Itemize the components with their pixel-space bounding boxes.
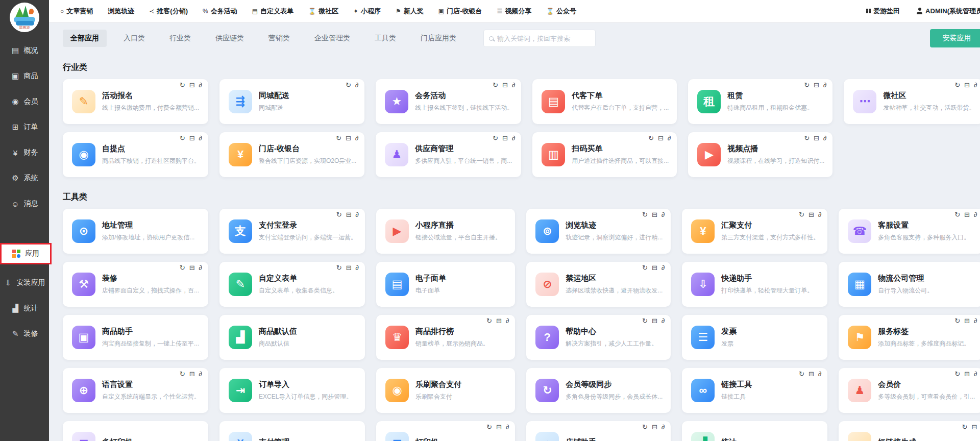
printer-icon[interactable]: ⊟ <box>189 82 195 88</box>
nav-item[interactable]: ≺ 推客(分销) <box>149 7 188 16</box>
app-card[interactable]: ⊙ 地址管理 添加/修改地址，协助用户更改信... <box>63 209 208 254</box>
category-tab[interactable]: 供应链类 <box>208 30 252 47</box>
printer-icon[interactable]: ⊟ <box>964 371 970 377</box>
link-icon[interactable]: ∂ <box>506 424 509 430</box>
app-card[interactable]: ⇥ 订单导入 EXCEL导入订单信息，同步管理。 <box>219 368 365 413</box>
update-icon[interactable]: ↻ <box>486 424 492 430</box>
category-tab[interactable]: 入口类 <box>116 30 153 47</box>
app-card[interactable]: ↻⊟∂ ✎ 自定义表单 自定义表单，收集各类信息。 <box>219 262 365 307</box>
nav-item[interactable]: ☰ 视频分享 <box>497 7 532 16</box>
app-card[interactable]: ¥ 支付管理 <box>219 421 365 441</box>
link-icon[interactable]: ∂ <box>512 82 515 88</box>
category-tab[interactable]: 企业管理类 <box>307 30 358 47</box>
printer-icon[interactable]: ⊟ <box>346 135 351 141</box>
printer-icon[interactable]: ⊟ <box>808 211 814 218</box>
link-icon[interactable]: ∂ <box>199 135 202 141</box>
link-icon[interactable]: ∂ <box>355 82 358 88</box>
app-card[interactable]: ▶ 小程序直播 链接公域流量，平台自主开播。 <box>376 209 515 254</box>
update-icon[interactable]: ↻ <box>954 371 960 377</box>
link-icon[interactable]: ∂ <box>974 371 977 377</box>
sidebar-item[interactable]: ✎ 装修 <box>11 327 38 341</box>
update-icon[interactable]: ↻ <box>486 317 492 324</box>
sidebar-item[interactable]: ▣ 商品 <box>11 69 38 83</box>
nav-item[interactable]: ⚑ 新人奖 <box>396 7 424 16</box>
app-card[interactable]: ↻⊟∂ ⚒ 装修 店铺界面自定义，拖拽式操作，百... <box>63 262 208 307</box>
nav-item[interactable]: ○ 文章营销 <box>60 7 93 16</box>
category-tab[interactable]: 全部应用 <box>63 30 107 47</box>
link-icon[interactable]: ∂ <box>199 264 202 271</box>
link-icon[interactable]: ∂ <box>356 211 359 218</box>
update-icon[interactable]: ↻ <box>642 424 648 430</box>
app-card[interactable]: ↻⊟ ∞ 短链接生成 <box>839 421 980 441</box>
app-card[interactable]: ↻⊟∂ ⊚ 浏览轨迹 轨迹记录，洞察浏览偏好，进行精... <box>526 209 671 254</box>
printer-icon[interactable]: ⊟ <box>189 135 195 141</box>
sidebar-item[interactable]: ▤ 概况 <box>11 43 38 58</box>
printer-icon[interactable]: ⊟ <box>502 82 508 88</box>
update-icon[interactable]: ↻ <box>493 135 498 141</box>
app-card[interactable]: ⊟ 多打印机 <box>63 421 208 441</box>
update-icon[interactable]: ↻ <box>642 211 648 218</box>
app-card[interactable]: ↻⊟∂ ♛ 商品排行榜 销量榜单，展示热销商品。 <box>376 315 515 360</box>
app-card[interactable]: ↻⊟∂ ¥ 汇聚支付 第三方支付渠道，支付方式多样性。 <box>682 209 827 254</box>
shop-switcher[interactable]: 爱游盐田 <box>866 7 900 16</box>
update-icon[interactable]: ↻ <box>336 211 342 218</box>
nav-item[interactable]: % 会务活动 <box>203 7 237 16</box>
sidebar-item[interactable]: 应用 <box>0 243 52 264</box>
update-icon[interactable]: ↻ <box>804 135 810 141</box>
sidebar-item[interactable]: ⚙ 系统 <box>11 171 38 185</box>
link-icon[interactable]: ∂ <box>818 211 821 218</box>
app-card[interactable]: ↻⊟∂ ⋯ 微社区 发帖种草，社交互动，活跃带货。 <box>844 79 980 124</box>
app-card[interactable]: ▟ 商品默认值 商品默认值 <box>219 315 365 360</box>
app-card[interactable]: ↻⊟∂ ∞ 链接工具 链接工具 <box>682 368 827 413</box>
printer-icon[interactable]: ⊟ <box>658 135 664 141</box>
nav-item[interactable]: ⌛ 公众号 <box>546 7 576 16</box>
printer-icon[interactable]: ⊟ <box>652 211 657 218</box>
app-card[interactable]: ↻⊟∂ ★ 会务活动 线上报名线下签到，链接线下活动。 <box>376 79 521 124</box>
update-icon[interactable]: ↻ <box>962 424 968 430</box>
app-card[interactable]: ↻⊟∂ ⚑ 服务标签 添加商品标签，多维度商品标记。 <box>839 315 980 360</box>
app-card[interactable]: ⇩ 快递助手 打印快递单，轻松管理大量订单。 <box>682 262 827 307</box>
printer-icon[interactable]: ⊟ <box>808 371 814 377</box>
app-card[interactable]: ▣ 商品助手 淘宝商品链接复制，一键上传至平... <box>63 315 208 360</box>
app-card[interactable]: ↻⊟∂ ? 帮助中心 解决方案指引，减少人工工作量。 <box>526 315 671 360</box>
app-card[interactable]: ↻⊟∂ ⊕ 语言设置 自定义系统前端显示，个性化运营。 <box>63 368 208 413</box>
update-icon[interactable]: ↻ <box>180 264 185 271</box>
link-icon[interactable]: ∂ <box>974 82 977 88</box>
sidebar-item[interactable]: ▟ 统计 <box>11 301 38 315</box>
app-card[interactable]: ↻⊟∂ ☎ 客服设置 多角色客服支持，多种服务入口。 <box>839 209 980 254</box>
link-icon[interactable]: ∂ <box>199 371 202 377</box>
app-card[interactable]: ▦ 物流公司管理 自行导入物流公司。 <box>839 262 980 307</box>
update-icon[interactable]: ↻ <box>804 82 810 88</box>
app-card[interactable]: ↻⊟∂ ♟ 会员价 多等级会员制，可查看会员价，引... <box>839 368 980 413</box>
update-icon[interactable]: ↻ <box>346 82 351 88</box>
app-card[interactable]: ☰ 发票 发票 <box>682 315 827 360</box>
app-card[interactable]: ↻⊟∂ ◉ 自提点 商品线下核销，打造社区团购平台。 <box>63 132 208 177</box>
nav-item[interactable]: 浏览轨迹 <box>108 7 134 16</box>
printer-icon[interactable]: ⊟ <box>964 82 970 88</box>
nav-item[interactable]: ⌛ 微社区 <box>308 7 338 16</box>
category-tab[interactable]: 营销类 <box>261 30 298 47</box>
printer-icon[interactable]: ⊟ <box>502 135 508 141</box>
printer-icon[interactable]: ⊟ <box>964 317 970 324</box>
sidebar-item[interactable]: ⊞ 订单 <box>11 120 38 134</box>
app-card[interactable]: ↻⊟∂ ⊘ 禁运地区 选择区域禁收快递，避开物流收发... <box>526 262 671 307</box>
printer-icon[interactable]: ⊟ <box>652 424 657 430</box>
app-card[interactable]: ↻⊟∂ ▥ 扫码买单 用户通过插件选择商品，可以直接... <box>532 132 677 177</box>
printer-icon[interactable]: ⊟ <box>814 82 819 88</box>
install-app-button[interactable]: 安装应用 <box>930 29 980 47</box>
link-icon[interactable]: ∂ <box>662 424 665 430</box>
update-icon[interactable]: ↻ <box>954 211 960 218</box>
app-card[interactable]: ◉ 乐刷聚合支付 乐刷聚合支付 <box>376 368 515 413</box>
app-card[interactable]: ▤ 代客下单 代替客户在后台下单，支持自营，... <box>532 79 677 124</box>
app-card[interactable]: ↻⊟∂ ♟ 供应商管理 多供应商入驻，平台统一销售，商... <box>376 132 521 177</box>
sidebar-item[interactable]: ¥ 财务 <box>11 145 38 160</box>
update-icon[interactable]: ↻ <box>180 135 185 141</box>
printer-icon[interactable]: ⊟ <box>652 317 657 324</box>
sidebar-item[interactable]: ⇩ 安装应用 <box>4 276 45 290</box>
update-icon[interactable]: ↻ <box>954 317 960 324</box>
app-card[interactable]: ↻⊟∂ ✎ 活动报名 线上报名缴纳费用，付费金额营销... <box>63 79 208 124</box>
link-icon[interactable]: ∂ <box>662 264 665 271</box>
printer-icon[interactable]: ⊟ <box>964 211 970 218</box>
link-icon[interactable]: ∂ <box>356 264 359 271</box>
category-tab[interactable]: 行业类 <box>162 30 199 47</box>
